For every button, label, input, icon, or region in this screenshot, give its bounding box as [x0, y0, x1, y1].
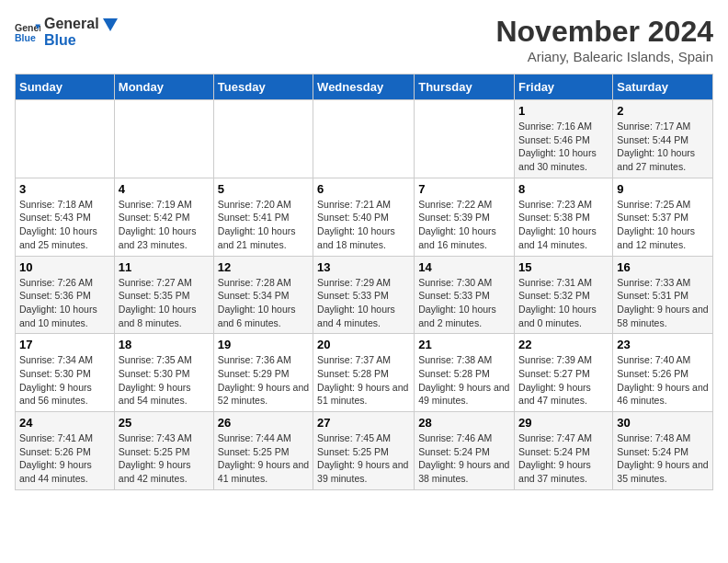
day-cell: 18Sunrise: 7:35 AMSunset: 5:30 PMDayligh… — [114, 334, 213, 412]
day-cell: 5Sunrise: 7:20 AMSunset: 5:41 PMDaylight… — [213, 178, 313, 256]
calendar-header: SundayMondayTuesdayWednesdayThursdayFrid… — [16, 75, 713, 100]
day-cell — [313, 100, 415, 178]
day-info: Sunrise: 7:37 AMSunset: 5:28 PMDaylight:… — [317, 353, 410, 408]
day-cell: 28Sunrise: 7:46 AMSunset: 5:24 PMDayligh… — [415, 412, 515, 490]
day-number: 27 — [317, 416, 410, 430]
week-row-2: 3Sunrise: 7:18 AMSunset: 5:43 PMDaylight… — [16, 178, 713, 256]
col-header-saturday: Saturday — [613, 75, 713, 100]
col-header-sunday: Sunday — [16, 75, 115, 100]
day-number: 2 — [617, 104, 709, 118]
day-number: 28 — [418, 416, 510, 430]
day-cell — [16, 100, 115, 178]
day-info: Sunrise: 7:30 AMSunset: 5:33 PMDaylight:… — [418, 276, 510, 330]
day-number: 26 — [218, 416, 309, 430]
day-info: Sunrise: 7:26 AMSunset: 5:36 PMDaylight:… — [19, 276, 110, 330]
day-number: 20 — [317, 338, 410, 351]
day-info: Sunrise: 7:16 AMSunset: 5:46 PMDaylight:… — [518, 120, 609, 174]
day-cell: 30Sunrise: 7:48 AMSunset: 5:24 PMDayligh… — [613, 412, 713, 490]
day-cell: 3Sunrise: 7:18 AMSunset: 5:43 PMDaylight… — [16, 178, 115, 256]
day-number: 13 — [317, 260, 410, 274]
day-number: 17 — [19, 338, 110, 351]
col-header-monday: Monday — [114, 75, 213, 100]
logo-icon: General Blue — [15, 19, 40, 45]
day-info: Sunrise: 7:43 AMSunset: 5:25 PMDaylight:… — [119, 431, 210, 486]
day-cell: 8Sunrise: 7:23 AMSunset: 5:38 PMDaylight… — [515, 178, 613, 256]
day-cell: 4Sunrise: 7:19 AMSunset: 5:42 PMDaylight… — [114, 178, 213, 256]
day-info: Sunrise: 7:23 AMSunset: 5:38 PMDaylight:… — [518, 198, 609, 252]
day-number: 4 — [119, 182, 210, 196]
col-header-thursday: Thursday — [415, 75, 515, 100]
day-info: Sunrise: 7:48 AMSunset: 5:24 PMDaylight:… — [617, 431, 709, 486]
svg-text:General: General — [15, 21, 40, 32]
day-cell: 16Sunrise: 7:33 AMSunset: 5:31 PMDayligh… — [613, 256, 713, 334]
day-info: Sunrise: 7:35 AMSunset: 5:30 PMDaylight:… — [119, 353, 210, 408]
day-cell — [114, 100, 213, 178]
day-number: 5 — [218, 182, 309, 196]
day-cell: 20Sunrise: 7:37 AMSunset: 5:28 PMDayligh… — [313, 334, 415, 412]
day-number: 29 — [518, 416, 609, 430]
day-number: 9 — [617, 182, 709, 196]
day-info: Sunrise: 7:27 AMSunset: 5:35 PMDaylight:… — [119, 276, 210, 330]
logo-triangle-icon — [103, 18, 118, 31]
day-info: Sunrise: 7:39 AMSunset: 5:27 PMDaylight:… — [518, 353, 609, 408]
day-info: Sunrise: 7:18 AMSunset: 5:43 PMDaylight:… — [19, 198, 110, 252]
location-subtitle: Ariany, Balearic Islands, Spain — [495, 49, 713, 64]
day-cell: 27Sunrise: 7:45 AMSunset: 5:25 PMDayligh… — [313, 412, 415, 490]
svg-text:Blue: Blue — [15, 31, 36, 42]
day-info: Sunrise: 7:21 AMSunset: 5:40 PMDaylight:… — [317, 198, 410, 252]
day-cell: 13Sunrise: 7:29 AMSunset: 5:33 PMDayligh… — [313, 256, 415, 334]
logo: General Blue General Blue — [15, 15, 118, 49]
day-cell — [213, 100, 313, 178]
header: General Blue General Blue November 2024 … — [15, 15, 713, 64]
day-number: 18 — [119, 338, 210, 351]
day-number: 22 — [518, 338, 609, 351]
day-info: Sunrise: 7:31 AMSunset: 5:32 PMDaylight:… — [518, 276, 609, 330]
day-number: 24 — [19, 416, 110, 430]
svg-marker-3 — [103, 18, 118, 31]
day-info: Sunrise: 7:28 AMSunset: 5:34 PMDaylight:… — [218, 276, 309, 330]
day-cell: 2Sunrise: 7:17 AMSunset: 5:44 PMDaylight… — [613, 100, 713, 178]
day-number: 12 — [218, 260, 309, 274]
day-info: Sunrise: 7:17 AMSunset: 5:44 PMDaylight:… — [617, 120, 709, 174]
calendar-table: SundayMondayTuesdayWednesdayThursdayFrid… — [15, 74, 713, 490]
day-number: 16 — [617, 260, 709, 274]
day-number: 6 — [317, 182, 410, 196]
day-info: Sunrise: 7:22 AMSunset: 5:39 PMDaylight:… — [418, 198, 510, 252]
day-info: Sunrise: 7:38 AMSunset: 5:28 PMDaylight:… — [418, 353, 510, 408]
week-row-1: 1Sunrise: 7:16 AMSunset: 5:46 PMDaylight… — [16, 100, 713, 178]
day-number: 10 — [19, 260, 110, 274]
day-info: Sunrise: 7:19 AMSunset: 5:42 PMDaylight:… — [119, 198, 210, 252]
day-cell: 24Sunrise: 7:41 AMSunset: 5:26 PMDayligh… — [16, 412, 115, 490]
day-cell: 29Sunrise: 7:47 AMSunset: 5:24 PMDayligh… — [515, 412, 613, 490]
day-number: 19 — [218, 338, 309, 351]
day-cell: 23Sunrise: 7:40 AMSunset: 5:26 PMDayligh… — [613, 334, 713, 412]
day-info: Sunrise: 7:41 AMSunset: 5:26 PMDaylight:… — [19, 431, 110, 486]
day-cell: 11Sunrise: 7:27 AMSunset: 5:35 PMDayligh… — [114, 256, 213, 334]
day-cell: 12Sunrise: 7:28 AMSunset: 5:34 PMDayligh… — [213, 256, 313, 334]
day-number: 14 — [418, 260, 510, 274]
day-cell: 22Sunrise: 7:39 AMSunset: 5:27 PMDayligh… — [515, 334, 613, 412]
logo-blue-text: Blue — [44, 32, 118, 49]
day-cell: 15Sunrise: 7:31 AMSunset: 5:32 PMDayligh… — [515, 256, 613, 334]
day-cell: 25Sunrise: 7:43 AMSunset: 5:25 PMDayligh… — [114, 412, 213, 490]
day-info: Sunrise: 7:47 AMSunset: 5:24 PMDaylight:… — [518, 431, 609, 486]
day-number: 15 — [518, 260, 609, 274]
day-info: Sunrise: 7:29 AMSunset: 5:33 PMDaylight:… — [317, 276, 410, 330]
day-info: Sunrise: 7:45 AMSunset: 5:25 PMDaylight:… — [317, 431, 410, 486]
day-cell: 17Sunrise: 7:34 AMSunset: 5:30 PMDayligh… — [16, 334, 115, 412]
day-cell: 1Sunrise: 7:16 AMSunset: 5:46 PMDaylight… — [515, 100, 613, 178]
day-cell: 10Sunrise: 7:26 AMSunset: 5:36 PMDayligh… — [16, 256, 115, 334]
day-number: 11 — [119, 260, 210, 274]
day-cell: 14Sunrise: 7:30 AMSunset: 5:33 PMDayligh… — [415, 256, 515, 334]
day-cell — [415, 100, 515, 178]
day-number: 21 — [418, 338, 510, 351]
day-number: 8 — [518, 182, 609, 196]
calendar-body: 1Sunrise: 7:16 AMSunset: 5:46 PMDaylight… — [16, 100, 713, 490]
day-info: Sunrise: 7:36 AMSunset: 5:29 PMDaylight:… — [218, 353, 309, 408]
day-info: Sunrise: 7:34 AMSunset: 5:30 PMDaylight:… — [19, 353, 110, 408]
day-info: Sunrise: 7:46 AMSunset: 5:24 PMDaylight:… — [418, 431, 510, 486]
day-cell: 7Sunrise: 7:22 AMSunset: 5:39 PMDaylight… — [415, 178, 515, 256]
day-number: 3 — [19, 182, 110, 196]
day-number: 23 — [617, 338, 709, 351]
day-cell: 21Sunrise: 7:38 AMSunset: 5:28 PMDayligh… — [415, 334, 515, 412]
